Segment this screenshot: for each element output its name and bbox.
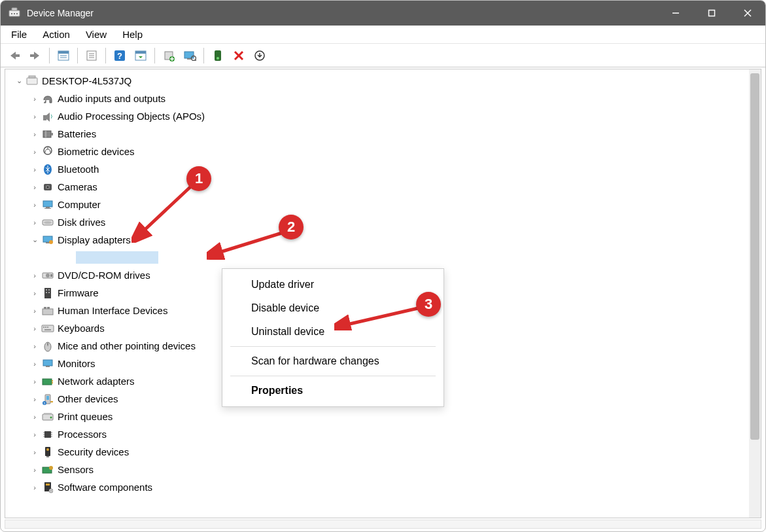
svg-rect-78 [46,396,49,400]
svg-point-54 [46,274,50,277]
tree-item-label: Network adapters [58,376,135,387]
chevron-right-icon[interactable]: › [29,395,41,403]
menu-view[interactable]: View [78,27,114,42]
maximize-button[interactable] [693,1,729,26]
svg-rect-72 [43,360,52,366]
tree-item-selected[interactable] [8,249,761,266]
app-icon [7,6,22,20]
ctx-scan-hardware[interactable]: Scan for hardware changes [222,349,444,373]
tree-item[interactable]: ⌄Display adapters [8,231,761,249]
svg-rect-47 [44,208,51,209]
tree-item[interactable]: ›Biometric devices [8,143,761,160]
tree-item-label: Audio inputs and outputs [58,93,165,104]
chevron-right-icon[interactable]: › [29,378,41,385]
category-icon [41,446,55,459]
minimize-button[interactable] [657,1,693,26]
svg-point-30 [217,57,219,60]
svg-rect-68 [44,329,51,330]
tree-item[interactable]: ›Security devices [8,443,761,461]
tree-item[interactable]: ›Audio inputs and outputs [8,90,761,107]
svg-rect-67 [47,327,48,328]
chevron-right-icon[interactable]: › [29,183,41,191]
tree-item[interactable]: ›Software components [8,478,761,496]
chevron-right-icon[interactable]: › [29,360,41,368]
status-bar [5,520,761,529]
chevron-right-icon[interactable]: › [29,325,41,332]
chevron-down-icon[interactable]: ⌄ [13,77,25,85]
svg-rect-93 [46,456,49,457]
svg-point-3 [14,13,15,14]
chevron-right-icon[interactable]: › [29,413,41,421]
ctx-disable-device[interactable]: Disable device [222,296,444,320]
chevron-right-icon[interactable]: › [29,307,41,315]
chevron-right-icon[interactable]: › [29,484,41,491]
chevron-right-icon[interactable]: › [29,342,41,350]
toolbar-separator [154,48,155,63]
svg-rect-1 [12,8,17,10]
chevron-right-icon[interactable]: › [29,95,41,103]
chevron-right-icon[interactable]: › [29,448,41,456]
tree-item-label: Keyboards [58,323,105,334]
svg-rect-34 [27,78,37,84]
menu-help[interactable]: Help [114,27,150,42]
tree-root[interactable]: ⌄ DESKTOP-4L537JQ [8,72,761,90]
scrollbar-thumb[interactable] [750,73,759,440]
toolbar-separator [203,48,204,63]
chevron-right-icon[interactable]: › [29,272,41,279]
enable-device-button[interactable] [208,46,228,65]
disable-device-button[interactable] [229,46,249,65]
chevron-right-icon[interactable]: › [29,201,41,209]
chevron-right-icon[interactable]: › [29,431,41,438]
svg-rect-25 [184,52,194,58]
toolbar-separator [105,48,106,63]
tree-item[interactable]: ›Processors [8,425,761,443]
forward-button[interactable] [26,46,45,65]
category-icon [41,198,55,211]
chevron-right-icon[interactable]: › [29,148,41,156]
chevron-right-icon[interactable]: › [29,219,41,226]
menu-file[interactable]: File [3,27,35,42]
chevron-right-icon[interactable]: › [29,113,41,120]
tree-item[interactable]: ›Disk drives [8,213,761,231]
tree-item[interactable]: ›Sensors [8,461,761,478]
menu-action[interactable]: Action [35,27,78,42]
help-button[interactable]: ? [110,46,130,65]
tree-item-label: Sensors [58,464,94,475]
ctx-update-driver[interactable]: Update driver [222,273,444,296]
back-button[interactable] [5,46,24,65]
tree-item[interactable]: ›Print queues [8,408,761,425]
category-icon [41,481,55,494]
tree-item[interactable]: ›Cameras [8,178,761,196]
update-driver-button[interactable] [159,46,179,65]
ctx-uninstall-device[interactable]: Uninstall device [222,320,444,344]
svg-rect-58 [48,289,50,291]
tree-item-label: Computer [58,199,101,210]
annotation-1: 1 [186,166,211,191]
chevron-right-icon[interactable]: › [29,289,41,297]
tree-item-label: Biometric devices [58,146,135,157]
svg-point-44 [47,186,49,188]
chevron-right-icon[interactable]: › [29,466,41,474]
close-button[interactable] [729,1,765,26]
action-button[interactable] [131,46,150,65]
ctx-separator [230,346,436,347]
uninstall-device-button[interactable] [250,46,270,65]
chevron-down-icon[interactable]: ⌄ [29,236,41,244]
tree-item[interactable]: ›Bluetooth [8,160,761,178]
tree-item[interactable]: ›Batteries [8,125,761,143]
title-bar: Device Manager [1,1,765,26]
tree-item[interactable]: ›Computer [8,196,761,213]
show-hide-tree-button[interactable] [54,46,73,65]
chevron-right-icon[interactable]: › [29,130,41,138]
svg-rect-64 [42,325,54,332]
ctx-properties[interactable]: Properties [222,379,444,402]
properties-button[interactable] [82,46,101,65]
svg-point-99 [50,490,52,491]
chevron-right-icon[interactable]: › [29,166,41,173]
category-icon [41,269,55,282]
scrollbar-vertical[interactable] [749,69,761,518]
annotation-2: 2 [279,215,304,239]
tree-item[interactable]: ›Audio Processing Objects (APOs) [8,107,761,125]
svg-rect-46 [46,207,50,208]
scan-hardware-button[interactable] [180,46,200,65]
